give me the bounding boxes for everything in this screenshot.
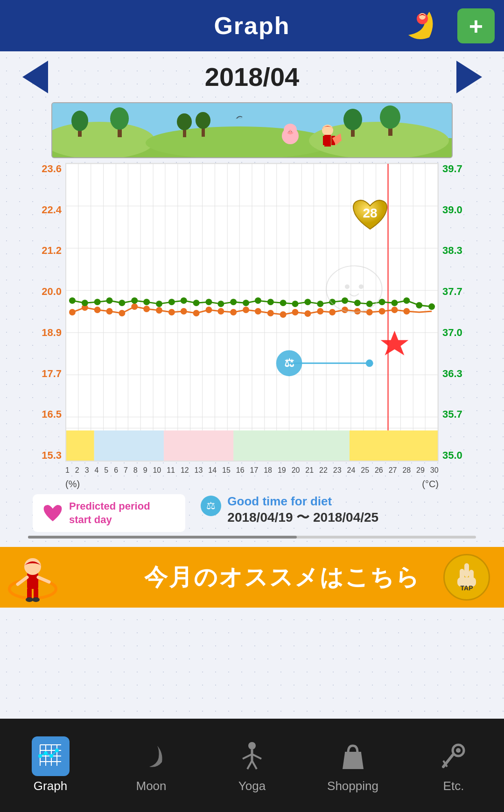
svg-point-120 xyxy=(292,301,299,307)
moon-character-icon xyxy=(397,5,439,47)
svg-point-106 xyxy=(119,300,125,306)
nav-tab-moon[interactable]: Moon xyxy=(101,738,202,793)
svg-point-74 xyxy=(69,309,76,315)
yoga-nav-icon xyxy=(237,741,267,771)
svg-point-91 xyxy=(280,311,287,318)
svg-point-8 xyxy=(71,111,88,131)
svg-point-124 xyxy=(342,297,348,304)
svg-rect-73 xyxy=(350,430,438,461)
current-date: 2018/04 xyxy=(205,62,299,92)
svg-point-138 xyxy=(345,284,350,289)
svg-point-135 xyxy=(366,359,373,367)
svg-point-76 xyxy=(94,307,101,313)
svg-point-81 xyxy=(156,307,162,314)
svg-point-93 xyxy=(304,310,311,317)
svg-rect-152 xyxy=(464,563,469,577)
svg-point-178 xyxy=(456,748,461,753)
svg-point-100 xyxy=(392,307,398,313)
svg-point-97 xyxy=(354,308,361,315)
svg-line-174 xyxy=(247,761,252,769)
svg-point-139 xyxy=(359,284,364,289)
diet-dates: 2018/04/19 〜 2018/04/25 xyxy=(227,509,378,526)
x-axis-labels: 1 2 3 4 5 6 7 8 9 10 11 12 13 14 15 16 1… xyxy=(65,466,439,475)
svg-text:⚖: ⚖ xyxy=(206,500,216,511)
svg-point-77 xyxy=(106,308,113,315)
svg-point-80 xyxy=(143,306,150,312)
x-axis-units: (%) (°C) xyxy=(65,479,439,490)
svg-point-14 xyxy=(380,105,400,129)
period-heart-icon xyxy=(41,502,64,525)
svg-point-151 xyxy=(32,597,40,602)
yoga-nav-label: Yoga xyxy=(238,779,266,793)
tap-button[interactable]: TAP xyxy=(443,554,490,601)
svg-point-10 xyxy=(110,107,129,130)
add-button[interactable]: + xyxy=(457,8,495,43)
svg-point-137 xyxy=(326,266,382,312)
svg-point-82 xyxy=(168,309,175,315)
moon-nav-icon xyxy=(136,741,167,771)
svg-point-101 xyxy=(403,308,410,315)
diet-text: Good time for diet 2018/04/19 〜 2018/04/… xyxy=(227,494,378,526)
svg-point-92 xyxy=(292,309,299,315)
graph-nav-label: Graph xyxy=(34,779,67,793)
nav-tab-shopping[interactable]: Shopping xyxy=(302,738,403,793)
svg-point-103 xyxy=(82,300,88,306)
header-title: Graph xyxy=(214,12,290,40)
ad-text: 今月のオススメはこちら xyxy=(144,562,420,593)
svg-point-86 xyxy=(217,308,224,315)
svg-rect-144 xyxy=(27,573,38,589)
svg-point-119 xyxy=(280,300,287,306)
next-month-button[interactable] xyxy=(453,61,485,93)
svg-point-90 xyxy=(267,310,274,316)
svg-rect-176 xyxy=(345,752,361,754)
shopping-nav-label: Shopping xyxy=(327,779,378,793)
svg-marker-136 xyxy=(381,331,409,356)
svg-point-88 xyxy=(243,307,249,313)
tap-hand-icon: TAP xyxy=(455,563,478,591)
svg-text:28: 28 xyxy=(363,206,377,220)
svg-line-173 xyxy=(252,754,261,759)
scroll-indicator xyxy=(28,536,476,539)
prev-month-button[interactable] xyxy=(19,61,51,93)
svg-point-122 xyxy=(317,301,323,307)
svg-point-130 xyxy=(416,302,422,308)
etc-nav-label: Etc. xyxy=(443,779,464,793)
svg-point-79 xyxy=(131,303,138,310)
period-info: Predicted periodstart day xyxy=(33,494,185,532)
svg-point-83 xyxy=(181,308,187,315)
diet-label: Good time for diet xyxy=(227,494,378,509)
period-label: Predicted periodstart day xyxy=(69,500,150,526)
svg-line-172 xyxy=(243,754,252,759)
svg-point-104 xyxy=(94,299,101,305)
svg-rect-71 xyxy=(164,430,233,461)
svg-point-95 xyxy=(329,309,336,315)
x-unit-right: (°C) xyxy=(422,479,439,490)
nav-tab-graph[interactable]: Graph xyxy=(0,738,101,793)
nav-tab-etc[interactable]: Etc. xyxy=(403,738,504,793)
info-section: Predicted periodstart day ⚖ Good time fo… xyxy=(28,494,476,532)
moon-nav-label: Moon xyxy=(136,779,166,793)
graph-plot-area[interactable]: ⚖ xyxy=(65,163,439,462)
ad-banner[interactable]: 今月のオススメはこちら TAP xyxy=(0,547,504,608)
app-header: Graph + xyxy=(0,0,504,51)
nav-tab-yoga[interactable]: Yoga xyxy=(202,738,302,793)
svg-point-121 xyxy=(304,299,311,305)
diet-info: ⚖ Good time for diet 2018/04/19 〜 2018/0… xyxy=(199,494,471,526)
svg-point-118 xyxy=(267,299,274,305)
svg-point-105 xyxy=(106,297,113,304)
svg-point-170 xyxy=(248,742,256,749)
y-axis-left: 23.6 22.4 21.2 20.0 18.9 17.7 16.5 15.3 xyxy=(28,163,64,462)
svg-point-107 xyxy=(131,297,138,304)
shopping-nav-icon xyxy=(338,741,368,771)
etc-nav-icon xyxy=(439,741,469,771)
svg-point-115 xyxy=(230,299,237,305)
svg-point-145 xyxy=(24,558,41,575)
scene-banner xyxy=(51,102,453,158)
svg-point-5 xyxy=(146,126,332,158)
svg-point-123 xyxy=(329,299,336,305)
svg-point-18 xyxy=(196,112,210,129)
graph-nav-icon xyxy=(35,740,66,770)
svg-point-85 xyxy=(206,307,212,313)
svg-point-127 xyxy=(379,299,385,305)
svg-point-111 xyxy=(181,297,187,304)
